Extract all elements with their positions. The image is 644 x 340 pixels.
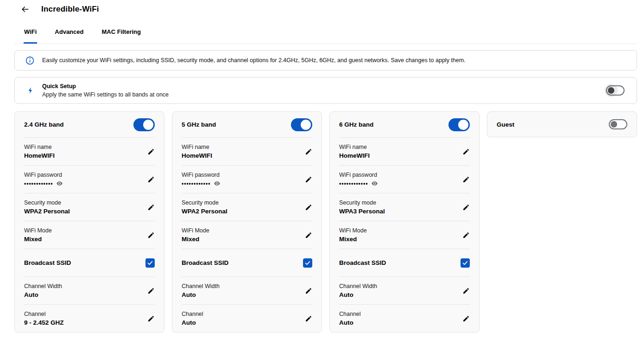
- edit-icon[interactable]: [147, 148, 155, 155]
- tab-wifi[interactable]: WiFi: [24, 26, 37, 44]
- field-label: Channel: [24, 311, 64, 317]
- tab-advanced[interactable]: Advanced: [54, 26, 84, 44]
- edit-icon[interactable]: [305, 287, 312, 295]
- field-label: Broadcast SSID: [339, 259, 386, 266]
- field-value: WPA2 Personal: [182, 208, 227, 215]
- field-label: Channel: [182, 311, 203, 317]
- edit-icon[interactable]: [462, 204, 470, 211]
- edit-icon[interactable]: [147, 204, 155, 211]
- wifi-password-row: WiFi password ••••••••••••: [339, 165, 470, 193]
- field-label: WiFi name: [339, 144, 370, 150]
- broadcast-ssid-row: Broadcast SSID: [339, 249, 470, 276]
- security-mode-row: Security mode WPA2 Personal: [182, 193, 312, 221]
- show-password-icon[interactable]: [56, 180, 63, 187]
- field-label: Channel Width: [182, 283, 220, 289]
- wifi-mode-row: WiFi Mode Mixed: [182, 221, 312, 249]
- broadcast-ssid-checkbox[interactable]: [145, 258, 155, 268]
- toggle-knob: [458, 120, 468, 130]
- quick-setup-toggle[interactable]: [606, 85, 625, 96]
- wifi-name-row: WiFi name HomeWIFI: [24, 137, 155, 165]
- field-label: WiFi password: [182, 172, 221, 178]
- channel-width-row: Channel Width Auto: [24, 276, 155, 304]
- field-label: Security mode: [24, 199, 70, 206]
- field-label: WiFi name: [182, 144, 212, 150]
- security-mode-row: Security mode WPA3 Personal: [339, 193, 470, 221]
- quick-setup-panel: Quick Setup Apply the same WiFi settings…: [14, 77, 637, 104]
- page-title: Incredible-WiFi: [41, 5, 99, 14]
- broadcast-ssid-checkbox[interactable]: [303, 258, 312, 268]
- field-label: Security mode: [339, 199, 385, 206]
- broadcast-ssid-row: Broadcast SSID: [24, 249, 155, 276]
- edit-icon[interactable]: [305, 148, 312, 155]
- edit-icon[interactable]: [462, 148, 470, 155]
- edit-icon[interactable]: [147, 315, 155, 322]
- channel-width-row: Channel Width Auto: [182, 276, 312, 304]
- edit-icon[interactable]: [462, 231, 470, 239]
- toggle-knob: [608, 87, 614, 94]
- edit-icon[interactable]: [305, 315, 312, 322]
- field-value: Auto: [182, 319, 203, 326]
- tab-mac-filtering[interactable]: MAC Filtering: [101, 26, 141, 44]
- field-value: Mixed: [182, 236, 209, 243]
- field-value: Auto: [24, 291, 62, 298]
- field-label: Channel Width: [339, 283, 377, 289]
- masked-password: ••••••••••••: [339, 180, 368, 187]
- info-icon: [25, 56, 34, 65]
- band-toggle[interactable]: [291, 118, 312, 131]
- field-value: Auto: [339, 291, 377, 298]
- toggle-knob: [143, 120, 153, 130]
- show-password-icon[interactable]: [371, 180, 378, 187]
- edit-icon[interactable]: [462, 176, 470, 183]
- edit-icon[interactable]: [462, 287, 470, 295]
- field-value: Auto: [182, 291, 220, 298]
- field-label: WiFi password: [24, 172, 63, 178]
- broadcast-ssid-checkbox[interactable]: [461, 258, 470, 268]
- toggle-knob: [611, 121, 617, 128]
- quick-setup-subtitle: Apply the same WiFi settings to all band…: [42, 91, 169, 98]
- field-label: Broadcast SSID: [182, 259, 228, 266]
- field-label: Channel: [339, 311, 361, 317]
- info-banner-text: Easily customize your WiFi settings, inc…: [42, 57, 466, 64]
- card-5ghz: 5 GHz band WiFi name HomeWIFI WiFi passw…: [172, 111, 322, 333]
- edit-icon[interactable]: [462, 315, 470, 322]
- edit-icon[interactable]: [305, 204, 312, 211]
- show-password-icon[interactable]: [214, 180, 221, 187]
- guest-toggle[interactable]: [609, 119, 627, 129]
- wifi-mode-row: WiFi Mode Mixed: [339, 221, 470, 249]
- security-mode-row: Security mode WPA2 Personal: [24, 193, 155, 221]
- field-value: 9 - 2.452 GHZ: [24, 319, 64, 326]
- card-2-4ghz: 2.4 GHz band WiFi name HomeWIFI WiFi pas…: [14, 111, 164, 333]
- channel-width-row: Channel Width Auto: [339, 276, 470, 304]
- broadcast-ssid-row: Broadcast SSID: [182, 249, 312, 276]
- edit-icon[interactable]: [147, 176, 155, 183]
- lightning-bolt-icon: [27, 85, 34, 96]
- band-title: 5 GHz band: [182, 121, 216, 128]
- field-value: WPA3 Personal: [339, 208, 385, 215]
- toggle-knob: [301, 120, 311, 130]
- edit-icon[interactable]: [147, 231, 155, 239]
- masked-password: ••••••••••••: [24, 180, 53, 187]
- masked-password: ••••••••••••: [182, 180, 210, 187]
- edit-icon[interactable]: [305, 231, 312, 239]
- info-banner: Easily customize your WiFi settings, inc…: [14, 50, 637, 71]
- band-toggle[interactable]: [133, 118, 155, 131]
- field-label: WiFi name: [24, 144, 55, 150]
- field-label: Security mode: [182, 199, 227, 206]
- channel-row: Channel Auto: [339, 304, 470, 332]
- wifi-name-row: WiFi name HomeWIFI: [182, 137, 312, 165]
- card-guest: Guest: [487, 111, 637, 137]
- field-value: Mixed: [339, 236, 367, 243]
- wifi-password-row: WiFi password ••••••••••••: [24, 165, 155, 193]
- back-arrow-icon[interactable]: [20, 5, 30, 14]
- field-label: WiFi Mode: [339, 227, 367, 234]
- field-value: WPA2 Personal: [24, 208, 70, 215]
- tab-bar: WiFi Advanced MAC Filtering: [14, 26, 637, 44]
- field-label: WiFi Mode: [24, 227, 52, 234]
- band-toggle[interactable]: [448, 118, 470, 131]
- field-label: WiFi password: [339, 172, 378, 178]
- wifi-password-row: WiFi password ••••••••••••: [182, 165, 312, 193]
- edit-icon[interactable]: [305, 176, 312, 183]
- band-title: 6 GHz band: [339, 121, 373, 128]
- edit-icon[interactable]: [147, 287, 155, 295]
- field-value: HomeWIFI: [182, 152, 212, 159]
